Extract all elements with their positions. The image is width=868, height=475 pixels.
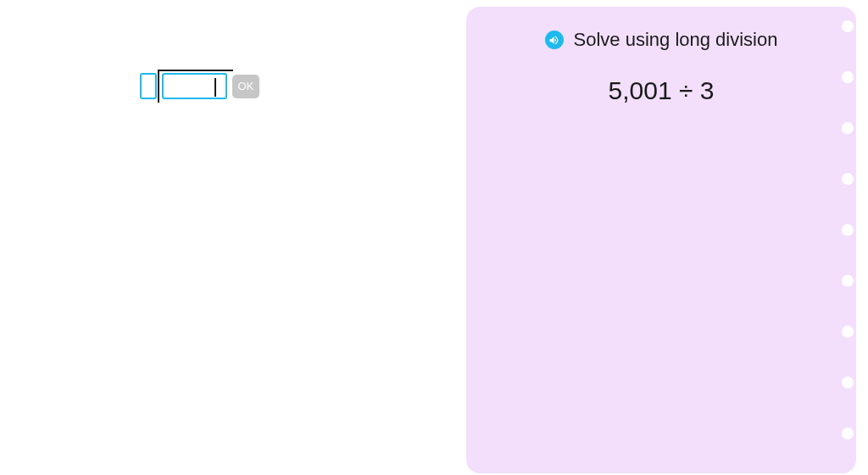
problem-text: 5,001 ÷ 3: [492, 76, 831, 105]
notch: [842, 377, 854, 388]
division-bracket-vertical: [158, 70, 159, 103]
notch: [842, 428, 854, 439]
notch: [842, 122, 854, 134]
notch: [842, 275, 854, 287]
instruction-row: Solve using long division: [492, 29, 831, 51]
notch: [842, 71, 854, 83]
long-division-setup: OK: [140, 73, 259, 99]
workspace-area: OK: [0, 0, 458, 475]
ok-button[interactable]: OK: [232, 75, 259, 98]
divisor-input[interactable]: [140, 73, 157, 99]
instruction-text: Solve using long division: [574, 29, 778, 51]
division-bracket-horizontal: [158, 70, 233, 71]
notch: [842, 173, 854, 185]
notch: [842, 326, 854, 338]
dividend-input[interactable]: [162, 73, 227, 99]
dividend-wrap: [162, 73, 227, 99]
audio-icon[interactable]: [545, 31, 564, 49]
spiral-notches: [842, 20, 854, 439]
text-cursor: [214, 78, 216, 97]
notch: [842, 20, 854, 32]
instruction-panel: Solve using long division 5,001 ÷ 3: [466, 7, 856, 473]
notch: [842, 224, 854, 236]
